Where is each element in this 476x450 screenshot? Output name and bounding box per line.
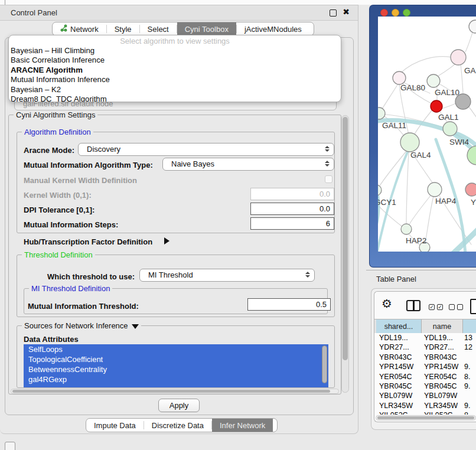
settings-horizontal-scrollbar[interactable] [11,389,339,394]
tab-style[interactable]: Style [107,22,139,35]
mi-threshold-legend: MI Threshold Definition [29,284,112,293]
algorithm-option[interactable]: Bayesian – Hill Climbing [9,46,341,56]
split-view-icon[interactable] [406,300,420,311]
table-horizontal-scrollbar[interactable] [376,415,476,420]
float-window-icon[interactable] [330,9,337,17]
network-edge [382,84,398,110]
aracne-mode-label: Aracne Mode: [24,146,74,155]
minimize-light[interactable] [392,9,399,17]
network-view-window: GALGAL80GAL10GAL1GAL11SWI4GAL4GCY1HAP4YH… [369,5,476,268]
table-row[interactable]: YDR27...YDR27...12 [374,343,476,353]
network-node[interactable] [378,107,385,119]
mi-steps-value: 6 [326,218,330,229]
network-node[interactable] [431,100,442,112]
dpi-tolerance-field[interactable]: 0.0 [250,203,334,215]
network-node[interactable] [401,224,412,234]
algorithm-option[interactable]: ARACNE Algorithm [9,66,341,75]
network-node[interactable] [467,146,476,165]
table-row[interactable]: YBL079WYBL079W [374,391,476,401]
network-node[interactable] [469,20,476,33]
column-header[interactable] [463,319,476,334]
table-row[interactable]: YBR043CYBR043C [374,353,476,363]
network-node[interactable] [378,185,382,195]
attribute-list-scrollbar[interactable] [322,345,327,383]
gear-icon[interactable]: ⚙ [382,298,392,309]
algorithm-option[interactable]: Dream8 DC_TDC Algorithm [9,94,341,102]
corner-button[interactable] [5,442,15,450]
table-cell: YBR045C [424,381,457,392]
node-label: SWI4 [449,138,469,146]
table-body: YDL19...YDL19...13YDR27...YDR27...12YBR0… [374,333,476,415]
network-node[interactable] [451,50,466,65]
algorithm-dropdown[interactable]: Select algorithm to view settings Bayesi… [8,35,341,102]
table-cell: 8. [464,372,470,382]
tab-label: Discretize Data [152,421,204,430]
select-all-icon[interactable]: ✓ [437,304,443,310]
close-icon[interactable]: ✖ [343,7,350,17]
attribute-option[interactable]: BetweennessCentrality [24,364,328,374]
table-row[interactable]: YBR045CYBR045C9. [374,381,476,392]
kernel-width-field[interactable]: 0.0 [250,188,334,200]
dpi-tolerance-label: DPI Tolerance [0,1]: [24,206,94,214]
screen: Control Panel ✖ NetworkStyleSelectCyni T… [0,0,476,450]
data-attributes-list[interactable]: SelfLoopsTopologicalCoefficientBetweenne… [24,344,328,387]
zoom-light[interactable] [403,9,410,17]
algorithm-dropdown-placeholder: Select algorithm to view settings [9,37,341,46]
document-icon[interactable] [470,299,476,314]
tab-label: Cyni Toolbox [185,25,229,34]
column-header[interactable]: name [422,319,463,334]
network-node[interactable] [428,182,442,197]
tab-cyni-toolbox[interactable]: Cyni Toolbox [177,22,236,35]
mi-type-label: Mutual Information Algorithm Type: [24,161,153,169]
attribute-option[interactable]: gal4RGexp [24,374,328,384]
aracne-mode-combo[interactable]: Discovery [78,143,334,156]
table-cell: 9. [464,401,470,411]
mi-steps-field[interactable]: 6 [250,217,334,230]
control-panel-title: Control Panel [11,5,57,20]
node-label: GAL80 [400,83,425,92]
mi-type-combo[interactable]: Naive Bayes [162,158,334,171]
mi-threshold-field[interactable]: 0.5 [247,298,331,311]
which-threshold-combo[interactable]: MI Threshold [139,269,315,282]
table-row[interactable]: YER054CYER054C8. [374,372,476,382]
table-row[interactable]: YIL052CYIL052C8 [374,410,476,415]
column-header[interactable]: shared... [376,319,422,334]
network-node[interactable] [400,133,419,152]
algorithm-option[interactable]: Basic Correlation Inference [9,56,341,65]
tab-select[interactable]: Select [140,22,177,35]
close-light[interactable] [380,9,388,17]
hub-definition-label: Hub/Transcription Factor Definition [24,237,152,246]
table-cell: 13 [464,333,472,343]
table-cell: 8 [464,410,468,415]
table-row[interactable]: YPR145WYPR145W9. [374,362,476,372]
tab-discretize-data[interactable]: Discretize Data [144,419,211,432]
network-node[interactable] [465,183,476,196]
data-attributes-label: Data Attributes [24,335,79,344]
deselect-all-icon[interactable] [457,304,463,310]
expand-arrow-icon[interactable] [164,237,169,244]
network-edge [442,103,457,109]
tab-label: Infer Network [220,421,265,430]
deselect-all-icon[interactable] [449,304,455,310]
table-cell: YPR145W [379,362,413,372]
tab-network[interactable]: Network [53,22,106,35]
table-row[interactable]: YDL19...YDL19...13 [374,333,476,343]
threshold-definition-legend: Threshold Definition [22,250,95,259]
network-canvas[interactable]: GALGAL80GAL10GAL1GAL11SWI4GAL4GCY1HAP4YH… [378,17,476,252]
attribute-option[interactable]: TopologicalCoefficient [24,354,328,364]
tab-impute-data[interactable]: Impute Data [86,419,144,432]
tab-jactivemnodules[interactable]: jActiveMNodules [237,22,309,35]
table-cell: YDR27... [424,343,454,353]
settings-vertical-scrollbar[interactable] [341,115,349,393]
select-all-icon[interactable]: ✓ [429,304,435,310]
network-node[interactable] [393,71,406,84]
network-node[interactable] [443,122,457,136]
algorithm-option[interactable]: Mutual Information Inference [9,75,341,84]
tab-infer-network[interactable]: Infer Network [212,419,273,432]
attribute-option[interactable]: SelfLoops [24,344,328,354]
manual-kernel-checkbox[interactable] [325,175,332,183]
table-row[interactable]: YLR345WYLR345W9. [374,401,476,411]
apply-button[interactable]: Apply [158,399,200,412]
algorithm-option[interactable]: Bayesian – K2 [9,85,341,94]
network-node[interactable] [427,74,440,87]
